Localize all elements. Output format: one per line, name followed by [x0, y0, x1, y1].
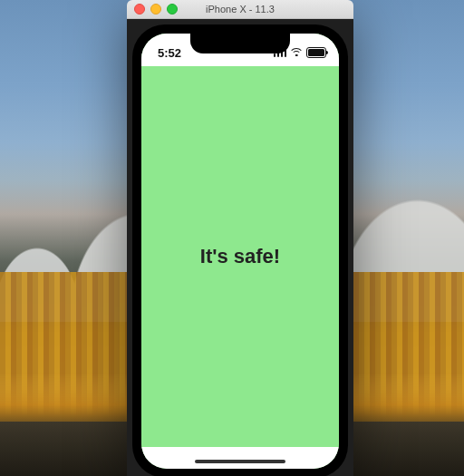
- simulator-titlebar[interactable]: iPhone X - 11.3: [127, 0, 353, 19]
- window-close-button[interactable]: [134, 4, 145, 15]
- battery-icon: [306, 47, 326, 58]
- wifi-icon: [290, 48, 303, 57]
- iphone-screen[interactable]: 5:52 It's safe!: [141, 34, 339, 469]
- window-minimize-button[interactable]: [150, 4, 161, 15]
- window-traffic-lights: [127, 4, 178, 15]
- app-safe-area[interactable]: It's safe!: [141, 66, 339, 447]
- bottom-unsafe-area: [141, 447, 339, 469]
- simulator-body: 5:52 It's safe!: [127, 19, 353, 476]
- simulator-window[interactable]: iPhone X - 11.3 5:52 It's safe!: [127, 0, 353, 476]
- iphone-x-device-frame: 5:52 It's safe!: [132, 24, 348, 476]
- window-zoom-button[interactable]: [167, 4, 178, 15]
- safe-label: It's safe!: [200, 245, 280, 268]
- home-indicator[interactable]: [195, 460, 285, 463]
- status-time: 5:52: [158, 46, 181, 60]
- iphone-notch: [190, 34, 290, 53]
